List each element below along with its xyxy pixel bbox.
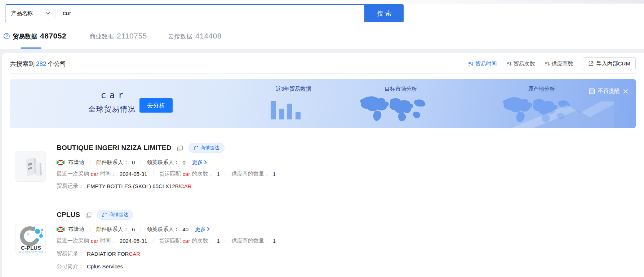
top-edge-fade [335,0,644,4]
analysis-banner: car 全球贸易情况 去分析 近3年贸易数据 目标市场分析 原产地分析 [10,79,636,128]
sort-icon [545,61,550,67]
linkedin-contacts-value: 40 [182,226,188,232]
results-controls: 贸易时间 贸易次数 供应商数 [468,57,636,70]
mini-bar [296,112,301,119]
tab-count: 414408 [195,32,222,40]
company-row: BOUTIQUE INGERI NZIZA LIMITED 商情雷达 [10,128,636,190]
keyword-highlight: car [183,238,190,244]
svg-text:?: ? [5,34,8,38]
keyword-highlight: car [91,171,98,177]
dont-remind-label: 不再提醒 [598,88,619,95]
banner-subtitle: 全球贸易情况 [83,104,141,114]
banner-panel-label-target-market: 目标市场分析 [385,86,417,92]
search-button[interactable]: 搜索 [365,4,404,22]
banner-panel-label-trade3y: 近3年贸易数据 [276,86,311,92]
company-name[interactable]: BOUTIQUE INGERI NZIZA LIMITED [57,144,172,152]
import-icon [588,61,594,67]
tab-trade-data[interactable]: ? 贸易数据 487052 [4,32,66,41]
supplier-count: 1 [273,238,276,244]
trend-arrow-decoration [506,101,614,128]
linkedin-contacts-label: 领英联系人： [147,159,179,166]
sort-supplier-count[interactable]: 供应商数 [545,60,573,67]
tab-label: 贸易数据 [13,32,37,41]
sort-icon [468,61,474,67]
banner-panel-label-origin: 原产地分析 [528,86,555,92]
company-details: BOUTIQUE INGERI NZIZA LIMITED 商情雷达 [57,143,276,190]
mini-bar [271,101,276,119]
trade-record-text: RADIATIOR FOR [87,251,129,257]
last-purchase-date: 2024-05-31 [120,238,147,244]
data-source-tabs: ? 贸易数据 487052 商业数据 2110755 云搜数据 414408 [4,32,644,44]
copy-icon[interactable] [85,212,92,218]
chevron-right-icon [207,227,210,231]
tab-cloud-search-data[interactable]: 云搜数据 414408 [168,32,222,41]
email-contacts-value: 6 [132,226,135,232]
banner-dismiss-group: 不再提醒 [589,88,629,95]
sort-trade-time[interactable]: 贸易时间 [468,60,497,67]
copy-icon[interactable] [177,145,183,151]
go-analyze-button[interactable]: 去分析 [139,98,173,113]
sort-trade-count[interactable]: 贸易次数 [506,60,535,67]
search-category-label: 产品名称 [11,10,33,17]
close-icon[interactable] [623,88,629,94]
keyword-highlight: car [183,171,190,177]
freight-count: 1 [217,238,219,244]
tab-business-data[interactable]: 商业数据 2110755 [89,32,147,41]
company-country: 布隆迪 [68,226,84,233]
company-intro-text: Cplus Services [87,263,123,269]
radar-icon [102,212,107,217]
tab-count: 2110755 [117,32,147,40]
results-count: 282 [36,60,46,67]
company-country: 布隆迪 [68,159,84,166]
keyword-highlight: car [91,238,98,244]
trade-record-keyword: CAR [180,183,192,189]
mini-bar [287,104,292,119]
search-box: 产品名称 [5,4,365,22]
burundi-flag-icon [57,160,65,165]
trade-record-keyword: CAR [129,251,140,257]
search-bar: 产品名称 搜索 [5,4,644,22]
tab-label: 商业数据 [89,32,114,41]
banner-keyword: car [83,90,141,100]
linkedin-contacts-label: 领英联系人： [147,226,179,233]
email-contacts-label: 邮件联系人： [96,226,129,233]
more-link[interactable]: 更多 [195,226,210,233]
sort-icon [506,61,512,67]
results-header: 共搜索到282个公司 贸易时间 贸易次数 [10,53,636,69]
chevron-down-icon [46,12,50,15]
freight-count: 1 [217,171,219,177]
email-contacts-value: 0 [132,159,135,165]
company-details: CPLUS 商情雷达 [57,210,276,270]
results-count-text: 共搜索到282个公司 [10,60,66,68]
chevron-right-icon [204,160,207,164]
more-link[interactable]: 更多 [192,159,207,166]
linkedin-contacts-value: 0 [182,159,185,165]
active-tab-underline [21,47,41,49]
svg-text:C-PLUS: C-PLUS [21,245,41,251]
company-name[interactable]: CPLUS [57,211,80,219]
company-row: C-PLUS CLEANING SERVICES CPLUS 商情雷达 [10,200,636,270]
mini-bar [279,109,284,119]
mini-bar-chart [271,96,301,119]
company-thumbnail[interactable] [15,151,46,182]
results-card: 共搜索到282个公司 贸易时间 贸易次数 [2,53,644,277]
burundi-flag-icon [57,227,65,232]
header-divider [10,73,636,74]
company-logo[interactable]: C-PLUS CLEANING SERVICES [15,224,46,254]
page-background: 共搜索到282个公司 贸易时间 贸易次数 [0,49,644,277]
search-input[interactable] [55,10,364,17]
tab-count: 487052 [40,32,66,40]
help-circle-icon[interactable]: ? [4,33,10,39]
business-radar-badge[interactable]: 商情雷达 [97,210,133,220]
search-category-select[interactable]: 产品名称 [5,10,55,17]
trade-record-text: EMPTY BOTTLES (SKOL) 65CLX12B/ [87,183,180,189]
banner-keyword-block: car 全球贸易情况 [83,90,141,114]
import-crm-button[interactable]: 导入内部CRM [583,57,636,70]
business-radar-badge[interactable]: 商情雷达 [188,143,225,153]
svg-text:CLEANING SERVICES: CLEANING SERVICES [18,251,43,253]
radar-badge-label: 商情雷达 [109,212,128,218]
supplier-count: 1 [273,171,276,177]
dont-remind-checkbox[interactable] [589,88,595,94]
cplus-logo: C-PLUS CLEANING SERVICES [16,224,46,254]
tab-label: 云搜数据 [168,32,192,41]
